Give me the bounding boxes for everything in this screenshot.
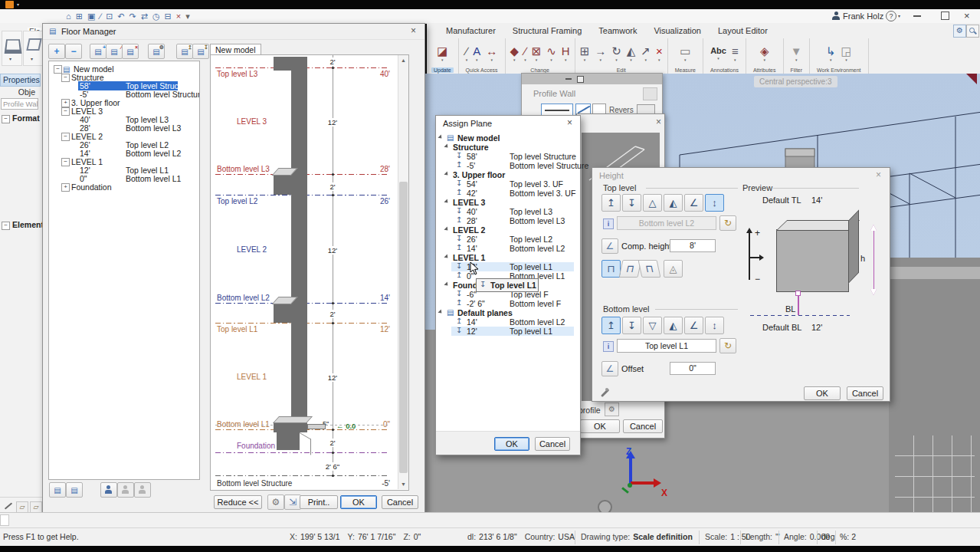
tree-row-level-3[interactable]: −LEVEL 3	[49, 107, 199, 116]
mirror-icon[interactable]: ◭▾	[627, 45, 636, 62]
profile-name-field[interactable]: Profile Wall	[1, 98, 38, 110]
wall-tool-2-button[interactable]: ▾	[23, 31, 44, 66]
expander-icon[interactable]: −	[61, 74, 70, 82]
help-icon[interactable]: ?	[886, 11, 896, 21]
triangle-up-icon[interactable]: △	[643, 194, 662, 212]
triangle-down-arrow-icon[interactable]: ◭	[664, 317, 683, 334]
tree-row-level-1[interactable]: −LEVEL 1	[49, 158, 199, 166]
ok-button[interactable]: OK	[494, 437, 529, 451]
redo-icon[interactable]: ↷	[129, 10, 136, 22]
elevation-scrollbar[interactable]: ▲ ▼	[398, 55, 408, 489]
wrench-button[interactable]: ⚙	[605, 402, 619, 416]
save-icon[interactable]: ▣	[87, 10, 95, 22]
close-icon[interactable]: ×	[656, 117, 661, 127]
new-floor-icon[interactable]: ▤+	[90, 44, 107, 59]
expander-arrow-icon[interactable]	[444, 143, 449, 149]
wall-top-straight-icon[interactable]: ⊓	[601, 260, 621, 278]
slope-arrow-icon[interactable]: ∠	[684, 317, 703, 334]
profile-cancel-button[interactable]: Cancel	[623, 419, 663, 433]
delete-icon[interactable]: ×▾	[656, 45, 663, 62]
slope-arrow-icon[interactable]: ∠	[684, 194, 703, 212]
print-button[interactable]: Print..	[300, 495, 338, 509]
ribbon-search-icon[interactable]	[966, 25, 979, 38]
floor-tree-panel[interactable]: −▤New model−Structure58'Top level Struct…	[48, 61, 200, 480]
building-icon[interactable]: ⌂	[66, 10, 71, 22]
eyedropper-icon[interactable]	[598, 387, 609, 398]
expander-icon[interactable]: −	[54, 65, 62, 74]
expander-arrow-icon[interactable]	[444, 254, 449, 259]
floor-manager-titlebar[interactable]: ▤ Floor Manager ×	[43, 24, 424, 40]
move-icon[interactable]: →▾	[595, 45, 606, 62]
expander-icon[interactable]: −	[61, 107, 70, 116]
format-section-toggle[interactable]: − Format	[2, 113, 40, 123]
gravity-icon[interactable]: ◬	[664, 260, 683, 278]
expander-arrow-icon[interactable]	[444, 226, 449, 232]
elevation-view[interactable]: Top level L340'Bottom level L328'Top lev…	[210, 54, 409, 491]
cancel-button[interactable]: Cancel	[847, 386, 883, 400]
element-section-toggle[interactable]: − Element	[2, 220, 44, 230]
offset-field[interactable]: 0"	[670, 362, 716, 375]
close-window-button[interactable]: ×	[964, 10, 970, 21]
text-icon[interactable]: A▾	[473, 45, 480, 62]
export-image-icon[interactable]: ⇲	[284, 495, 301, 510]
close-icon[interactable]: ×	[872, 169, 885, 181]
assign-plane-titlebar[interactable]: Assign Plane ×	[436, 116, 580, 131]
settings-tools-icon[interactable]: ⚙	[267, 495, 284, 510]
update-brush-icon[interactable]: ◪▾	[437, 45, 447, 62]
triangle-down-icon[interactable]: ▽	[643, 317, 662, 334]
expander-arrow-icon[interactable]	[444, 199, 449, 204]
expander-arrow-icon[interactable]	[438, 309, 443, 314]
expander-icon[interactable]: −	[61, 158, 70, 166]
vertical-extent-icon[interactable]: ↕	[705, 194, 724, 212]
ok-button[interactable]: OK	[804, 386, 841, 400]
arrow-down-line-icon[interactable]: ↧	[622, 194, 641, 212]
expander-icon[interactable]: +	[61, 99, 70, 107]
user-name[interactable]: Frank Holz	[843, 12, 883, 21]
abc-icon[interactable]: Abc▾	[710, 47, 726, 61]
grid-icon[interactable]: ⊞	[76, 10, 83, 22]
rotate-icon[interactable]: ↻▾	[611, 45, 621, 62]
copy-icon[interactable]: ⊞▾	[580, 45, 590, 62]
pick-up-parameters-icon[interactable]	[2, 501, 13, 511]
app-logo-icon[interactable]	[5, 1, 14, 8]
clock-icon[interactable]: ◷	[152, 10, 160, 22]
ap-row-bottom-level-3-uf[interactable]: ↥42'Bottom level 3. UF	[436, 189, 580, 198]
floor-settings-icon[interactable]: ▤⚙	[148, 44, 165, 59]
layout-icon[interactable]: ⊟	[165, 10, 172, 22]
line-icon[interactable]: ∕▾	[466, 45, 468, 62]
stretch-icon[interactable]: ↗▾	[641, 45, 651, 62]
tree-row-top-level-structure[interactable]: 58'Top level Structure	[49, 82, 199, 90]
reset-reference-icon[interactable]: ↻	[719, 338, 736, 353]
close-icon[interactable]: ×	[563, 117, 576, 129]
assign-user-icon[interactable]	[100, 482, 117, 498]
polyline-icon[interactable]: ∿▾	[546, 45, 556, 62]
edit-floor-icon[interactable]: ▤∕	[106, 44, 123, 59]
axes-icon[interactable]: ↳▾	[826, 45, 836, 62]
ok-button[interactable]: OK	[340, 495, 377, 509]
properties-header[interactable]: Properties	[0, 74, 41, 87]
ap-row-bottom-level-l2[interactable]: ↥14'Bottom level L2	[436, 244, 580, 253]
dimension-icon[interactable]: ↔▾	[486, 45, 497, 62]
expander-arrow-icon[interactable]	[438, 134, 443, 140]
ap-row-bottom-level-l3[interactable]: ↥28'Bottom level L3	[436, 216, 580, 225]
beam-icon[interactable]: H▾	[562, 45, 570, 62]
ap-row-bottom-level-structure[interactable]: ↥-5'Bottom level Structure	[436, 161, 580, 170]
delete-floor-icon[interactable]: ▤×	[122, 44, 139, 59]
tab-layout-editor[interactable]: Layout Editor	[710, 23, 776, 38]
compass-icon[interactable]	[598, 500, 612, 512]
help-dropdown-icon[interactable]: ▾	[898, 13, 900, 18]
tab-structural-framing[interactable]: Structural Framing	[504, 23, 590, 38]
tree-row-foundation[interactable]: +Foundation	[49, 183, 199, 192]
arrow-up-ground-icon[interactable]: ↥	[601, 194, 621, 212]
scrollbar-thumb[interactable]	[399, 182, 408, 473]
expander-arrow-icon[interactable]	[444, 281, 449, 287]
ribbon-settings-icon[interactable]: ⚙	[953, 25, 966, 38]
bottom-level-reference-field[interactable]: Top level L1	[617, 339, 716, 353]
panel-icon[interactable]: ⊡	[106, 10, 113, 22]
loop-icon[interactable]: ⇄	[141, 10, 148, 22]
inject-parameters-icon[interactable]: ▱	[16, 501, 28, 513]
tab-manufacturer[interactable]: Manufacturer	[438, 23, 504, 38]
expander-arrow-icon[interactable]	[444, 171, 449, 176]
restore-icon[interactable]	[577, 76, 584, 83]
triangle-down-arrow-icon[interactable]: ◭	[664, 194, 683, 212]
